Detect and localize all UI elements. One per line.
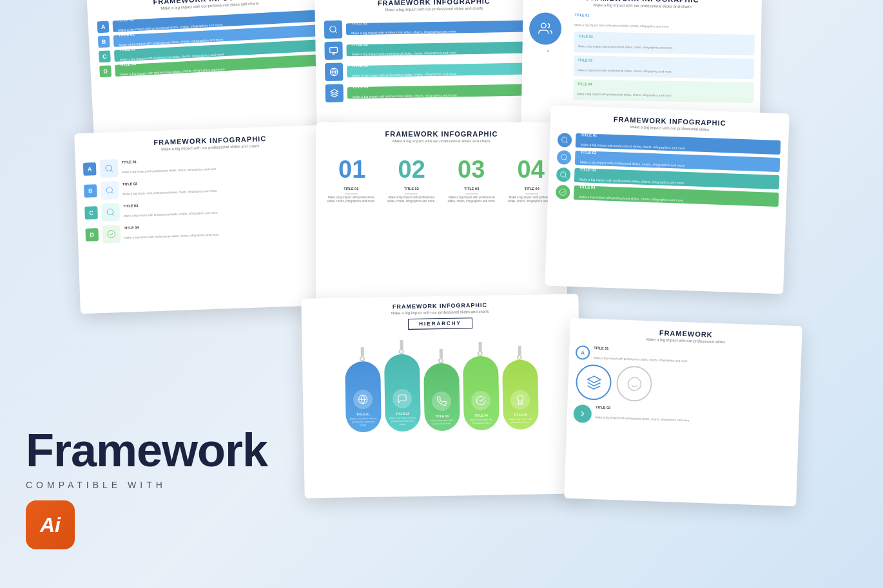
text-col-a: TITLE 01 Make a big impact with professi… [122,153,339,176]
hierarchy-pods: TITLE 01 Make a big impact with our prof… [302,333,581,439]
ribbon-label-c: C [99,50,111,62]
text-col-d: TITLE 04 Make a big impact with professi… [124,218,341,242]
icon-box-d [102,225,121,243]
slide-icon-list-mid-right: FRAMEWORK INFOGRAPHIC Make a big impact … [545,106,790,294]
bar-content: TITLE 01Make a big impact with professio… [581,133,686,152]
ribbon-list-center: TITLE 01Make a big impact with professio… [315,13,555,109]
svg-line-1 [335,31,337,33]
number-02: 02 [398,157,425,182]
svg-point-7 [541,23,546,28]
svg-point-25 [628,377,641,390]
desc-01: TITLE 01 Make a big impact with professi… [325,187,377,204]
icon-circle-1 [558,133,572,147]
circle-list: A TITLE 01 Make a big impact with profes… [567,343,801,436]
slide-hierarchy-bot-center: FRAMEWORK INFOGRAPHIC Make a big impact … [301,294,581,498]
ribbon-label-b: B [98,35,110,48]
arrow-circle [573,404,592,423]
bar-content: TITLE 02Make a big impact with professio… [580,150,686,169]
branding-section: Framework COMPATIBLE WITH Ai [26,427,267,549]
text-col-c: TITLE 03 Make a big impact with professi… [123,196,340,220]
slide-title: FRAMEWORK INFOGRAPHIC [322,130,561,138]
text-col-b: TITLE 02 Make a big impact with professi… [122,175,340,198]
letter-c: C [84,206,98,220]
letter-a: A [83,162,97,176]
list-item: TITLE 04Make a big impact with professio… [325,81,546,102]
number-01: 01 [338,157,365,182]
slide-circles-bot-right: FRAMEWORK Make a big impact with our pro… [564,318,802,506]
desc-02: TITLE 02 Make a big impact with professi… [385,187,437,204]
svg-line-16 [566,142,567,143]
numbers-desc: TITLE 01 Make a big impact with professi… [316,187,567,204]
svg-line-9 [111,170,113,172]
hierarchy-box: HIERARCHY [408,318,472,330]
circle-icon-1 [576,364,612,401]
list-item: TITLE 02 Make a big impact with professi… [573,404,793,430]
bar-content: TITLE 04Make a big impact with professio… [579,185,684,204]
pod-1: TITLE 01 Make a big impact with our prof… [344,347,381,433]
slide-numbers-mid-center: FRAMEWORK INFOGRAPHIC Make a big impact … [316,122,567,316]
ribbon-label-a: A [97,21,110,33]
letter-b: B [84,184,97,198]
svg-line-20 [565,176,566,178]
ribbon-list: A TITLE 01Make a big impact with profess… [88,5,336,85]
table-content: A TITLE 01 Make a big impact with profes… [75,149,349,251]
pod-5: TITLE 05 Make a big impact with professi… [501,345,538,430]
slide-header: FRAMEWORK INFOGRAPHIC Make a big impact … [316,122,567,147]
svg-line-13 [112,214,114,216]
list-item: TITLE 03Make a big impact with professio… [325,59,545,81]
svg-point-21 [559,189,566,195]
ai-icon-badge: Ai [26,500,75,549]
svg-rect-2 [330,47,338,52]
desc-03: TITLE 03 Make a big impact with professi… [446,187,498,204]
circle-icon-2 [616,365,653,402]
number-03: 03 [458,157,485,182]
numbers-row: 01 02 03 04 [316,147,567,187]
pod-3: TITLE 03 Make a big impact with professi… [423,349,460,432]
number-04: 04 [518,157,545,182]
icon-list: TITLE 01Make a big impact with professio… [548,130,789,213]
svg-line-11 [112,192,113,194]
slide-ribbon-top-left: FRAMEWORK INFOGRAPHIC Make a big impact … [86,0,339,142]
product-title: Framework [26,427,267,473]
slide-icons-top-center: FRAMEWORK INFOGRAPHIC Make a big impact … [315,0,556,140]
pod-4: TITLE 04 Make a big impact with professi… [462,341,499,430]
slide-subtitle: Make a big impact with our professional … [322,139,561,143]
svg-line-18 [565,159,567,160]
icon-box-a [100,159,119,178]
list-item: TITLE 01Make a big impact with professio… [324,17,545,39]
hierarchy-header: FRAMEWORK INFOGRAPHIC Make a big impact … [301,294,579,337]
icon-circle-3 [556,167,571,182]
compatible-label: COMPATIBLE WITH [26,480,267,490]
bar-content: TITLE 03Make a big impact with professio… [579,167,685,187]
pod-2: TITLE 02 Make a big impact with our prof… [383,340,420,432]
letter-d: D [85,228,99,242]
svg-point-14 [108,230,115,238]
icon-box-b [101,181,119,200]
ai-text: Ai [40,513,61,537]
list-item: TITLE 02Make a big impact with professio… [324,38,545,60]
circle-label-1: A [576,345,590,360]
circle-row-icons [574,364,795,407]
icon-bar-4: TITLE 04Make a big impact with professio… [574,185,779,207]
svg-point-24 [517,395,523,401]
list-item: D TITLE 04 Make a big impact with profes… [85,217,341,244]
icon-circle-2 [557,150,572,165]
icon-circle-4 [556,185,570,200]
br-content-2: TITLE 02 Make a big impact with professi… [595,405,793,430]
ribbon-label-d: D [99,65,112,77]
slide-table-mid-left: FRAMEWORK INFOGRAPHIC Make a big impact … [74,124,351,314]
icon-box-c [101,203,120,222]
